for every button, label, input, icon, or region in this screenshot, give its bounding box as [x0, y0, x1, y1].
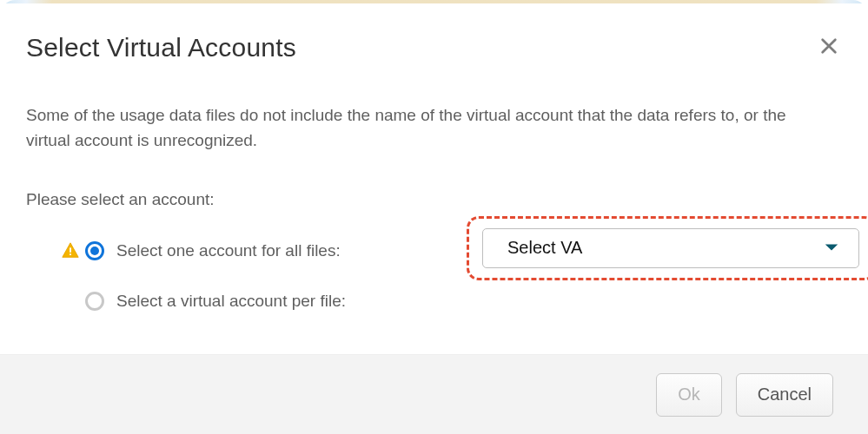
close-button[interactable] — [816, 33, 842, 59]
dialog-title: Select Virtual Accounts — [26, 33, 296, 62]
dialog-prompt: Please select an account: — [26, 190, 842, 209]
close-icon — [819, 36, 838, 56]
account-options: Select one account for all files: Select… — [61, 237, 842, 315]
dropdown-container: Select VA — [482, 228, 859, 268]
radio-all-files[interactable] — [85, 241, 104, 260]
radio-per-file[interactable] — [85, 292, 104, 311]
select-virtual-accounts-dialog: Select Virtual Accounts Some of the usag… — [0, 0, 868, 434]
dialog-description: Some of the usage data files do not incl… — [26, 102, 834, 154]
warning-placeholder — [61, 292, 80, 311]
cancel-button[interactable]: Cancel — [736, 373, 833, 417]
caret-down-icon — [824, 240, 839, 256]
option-per-file-label: Select a virtual account per file: — [116, 292, 346, 311]
svg-rect-0 — [70, 247, 71, 253]
warning-triangle-icon — [61, 241, 80, 260]
dropdown-selected-text: Select VA — [507, 238, 582, 258]
dialog-content: Select Virtual Accounts Some of the usag… — [0, 3, 868, 354]
dialog-top-border — [0, 0, 868, 3]
option-per-file[interactable]: Select a virtual account per file: — [61, 287, 842, 315]
option-all-files-label: Select one account for all files: — [116, 241, 341, 260]
dialog-title-row: Select Virtual Accounts — [26, 33, 842, 62]
ok-button[interactable]: Ok — [656, 373, 722, 417]
option-all-files[interactable]: Select one account for all files: Select… — [61, 237, 842, 265]
dialog-footer: Ok Cancel — [0, 354, 868, 434]
svg-rect-1 — [70, 253, 71, 255]
virtual-account-dropdown[interactable]: Select VA — [482, 228, 859, 268]
